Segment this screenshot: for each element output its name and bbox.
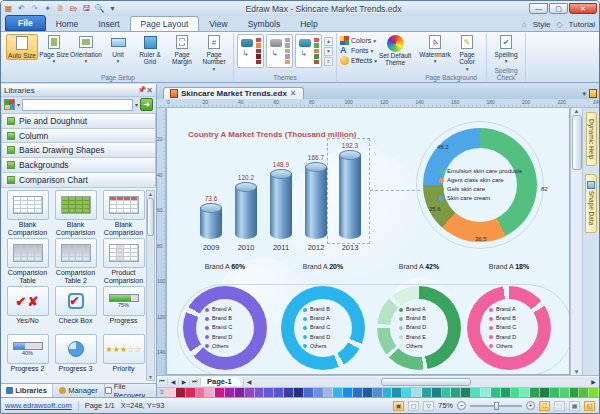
palette-swatch[interactable]: [481, 388, 491, 397]
palette-swatch[interactable]: [225, 388, 235, 397]
palette-swatch[interactable]: [461, 388, 471, 397]
library-select-icon[interactable]: [4, 99, 15, 110]
palette-swatch[interactable]: [451, 388, 461, 397]
zoom-in-button[interactable]: +: [526, 401, 535, 410]
shape-comparison-table-2[interactable]: Comparision Table 2: [53, 238, 98, 285]
palette-swatch[interactable]: [570, 388, 580, 397]
print-preview-icon[interactable]: 🔍: [94, 4, 105, 14]
page-number-button[interactable]: # Page Number ▾: [198, 34, 230, 72]
bar-2011[interactable]: [270, 173, 292, 239]
library-select-dropdown-icon[interactable]: ▾: [17, 101, 20, 108]
palette-swatch[interactable]: [511, 388, 521, 397]
ruler-grid-button[interactable]: Ruler & Grid: [134, 34, 166, 66]
zoom-out-button[interactable]: −: [457, 401, 466, 410]
zoom-slider-thumb[interactable]: [494, 402, 499, 410]
palette-swatch[interactable]: [186, 388, 196, 397]
palette-swatch[interactable]: [353, 388, 363, 397]
library-category-pie-doughnut[interactable]: Pie and Doughnut: [1, 113, 156, 128]
theme-scroll-buttons[interactable]: ▲▼≡: [324, 37, 333, 66]
search-dropdown-icon[interactable]: ▾: [135, 101, 138, 108]
fonts-button[interactable]: AFonts▾: [340, 46, 377, 55]
page-color-button[interactable]: ✎ Page Color ▾: [451, 34, 483, 72]
horizontal-scrollbar[interactable]: ◀ ▶: [243, 377, 599, 387]
panel-tab-file-recovery[interactable]: File Recovery: [105, 384, 156, 397]
pin-icon[interactable]: 📌: [138, 86, 147, 94]
tab-dynamic-help[interactable]: Dynamic Help: [586, 112, 597, 166]
palette-swatch[interactable]: [363, 388, 373, 397]
palette-swatch[interactable]: [373, 388, 383, 397]
palette-menu-icon[interactable]: ≡: [158, 388, 166, 397]
fullscreen-view-button[interactable]: ▢: [408, 401, 419, 411]
panel-tab-libraries[interactable]: Libraries: [1, 384, 53, 397]
palette-swatch[interactable]: [579, 388, 589, 397]
auto-size-button[interactable]: Auto Size: [6, 34, 38, 60]
tab-view[interactable]: View: [199, 17, 237, 31]
search-go-button[interactable]: ➜: [140, 98, 153, 111]
palette-swatch[interactable]: [284, 388, 294, 397]
palette-swatch[interactable]: [176, 388, 186, 397]
palette-swatch[interactable]: [314, 388, 324, 397]
new-doc-icon[interactable]: 🗎: [55, 4, 66, 14]
tab-help[interactable]: Help: [290, 17, 327, 31]
shape-check-box[interactable]: ✔Check Box: [53, 286, 98, 333]
palette-swatch[interactable]: [589, 388, 599, 397]
library-category-basic-drawing[interactable]: Basic Drawing Shapes: [1, 142, 156, 157]
shape-progress-2[interactable]: 40%Progress 2: [5, 334, 50, 381]
tab-symbols[interactable]: Symbols: [238, 17, 291, 31]
fit-width-button[interactable]: ⬚: [554, 401, 565, 411]
shape-comparison-table[interactable]: Comparision Table: [5, 238, 50, 285]
page-margin-button[interactable]: Page Margin: [166, 34, 198, 66]
update-icon[interactable]: ✦: [42, 4, 53, 14]
palette-swatch[interactable]: [255, 388, 265, 397]
palette-swatch[interactable]: [215, 388, 225, 397]
last-page-button[interactable]: ⏭: [190, 378, 201, 385]
palette-swatch[interactable]: [205, 388, 215, 397]
unit-button[interactable]: Unit ▾: [102, 34, 134, 64]
theme-preview-3[interactable]: ↳: [295, 34, 322, 68]
palette-swatch[interactable]: [294, 388, 304, 397]
palette-swatch[interactable]: [412, 388, 422, 397]
qat-dropdown-icon[interactable]: ▾: [107, 4, 118, 14]
first-page-button[interactable]: ⏮: [157, 378, 168, 385]
maximize-button[interactable]: ▢: [549, 3, 568, 14]
shape-priority[interactable]: ★★★☆☆Priority: [101, 334, 146, 381]
orientation-button[interactable]: Orientation ▾: [70, 34, 102, 64]
edrawsoft-link[interactable]: www.edrawsoft.com: [5, 401, 72, 410]
palette-swatch[interactable]: [274, 388, 284, 397]
panel-close-icon[interactable]: ✕: [146, 86, 153, 95]
drawing-canvas[interactable]: Country A Market Trends (Thousand millio…: [166, 108, 570, 375]
palette-swatch[interactable]: [422, 388, 432, 397]
palette-swatch[interactable]: [333, 388, 343, 397]
spelling-button[interactable]: ✔ Spelling ▾: [490, 34, 522, 64]
close-button[interactable]: ✕: [569, 3, 597, 14]
bar-2009[interactable]: [200, 207, 222, 239]
save-icon[interactable]: 🖫: [81, 4, 92, 14]
document-tab[interactable]: Skincare Market Trends.edx ✕: [163, 87, 304, 99]
zoom-slider[interactable]: [470, 405, 522, 407]
normal-view-button[interactable]: ▣: [393, 401, 404, 411]
fit-page-button[interactable]: ⛶: [539, 401, 550, 411]
bar-2010[interactable]: [235, 186, 257, 239]
palette-swatch[interactable]: [402, 388, 412, 397]
palette-swatch[interactable]: [520, 388, 530, 397]
library-search-input[interactable]: [22, 99, 133, 111]
palette-swatch[interactable]: [471, 388, 481, 397]
colors-button[interactable]: Colors▾: [340, 36, 377, 45]
palette-swatch[interactable]: [501, 388, 511, 397]
style-menu[interactable]: Style: [533, 20, 551, 29]
palette-swatch[interactable]: [392, 388, 402, 397]
open-doc-icon[interactable]: 🗁: [68, 4, 79, 14]
shape-blank-comparison-3[interactable]: Blank Comparision: [101, 190, 146, 237]
tab-home[interactable]: Home: [46, 17, 89, 31]
undo-icon[interactable]: ↶: [16, 4, 27, 14]
theme-preview-2[interactable]: ↳: [266, 34, 293, 68]
grid-toggle-button[interactable]: ▦: [569, 401, 580, 411]
tutorial-menu[interactable]: Tutorial: [569, 20, 595, 29]
fit-window-button[interactable]: ◱: [584, 401, 595, 411]
palette-swatch[interactable]: [432, 388, 442, 397]
palette-swatch[interactable]: [530, 388, 540, 397]
palette-swatch[interactable]: [383, 388, 393, 397]
palette-swatch[interactable]: [166, 388, 176, 397]
palette-swatch[interactable]: [491, 388, 501, 397]
bar-2012[interactable]: [305, 166, 327, 239]
